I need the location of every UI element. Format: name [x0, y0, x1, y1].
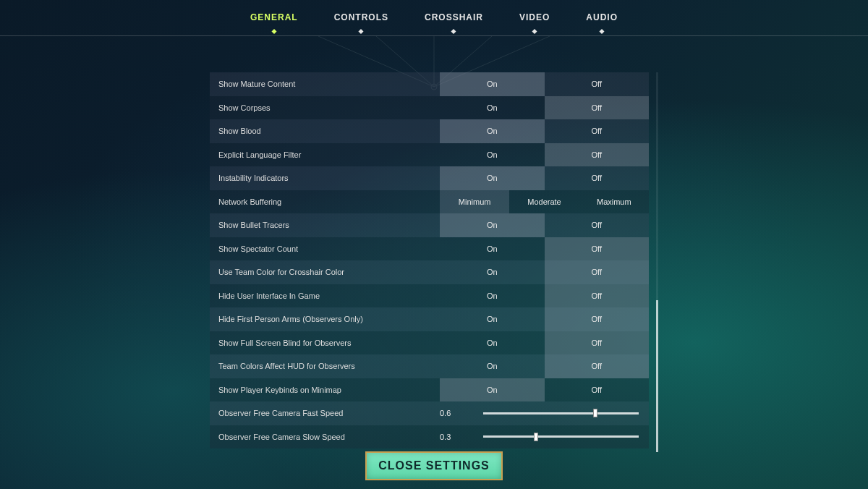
option-group: OnOff [440, 72, 649, 96]
setting-label: Explicit Language Filter [210, 150, 440, 159]
option-on[interactable]: On [440, 119, 545, 143]
tab-controls[interactable]: CONTROLS [334, 12, 388, 24]
setting-label: Team Colors Affect HUD for Observers [210, 362, 440, 370]
tab-general[interactable]: GENERAL [250, 12, 298, 24]
setting-label: Observer Free Camera Fast Speed [210, 409, 440, 417]
setting-row: Show BloodOnOff [210, 119, 649, 143]
setting-label: Network Buffering [210, 197, 440, 206]
setting-row: Show Player Keybinds on MinimapOnOff [210, 378, 649, 402]
option-off[interactable]: Off [545, 260, 650, 284]
option-off[interactable]: Off [545, 96, 650, 120]
setting-label: Show Corpses [210, 103, 440, 112]
option-on[interactable]: On [440, 72, 545, 96]
tab-audio[interactable]: AUDIO [586, 12, 618, 24]
setting-row: Show Mature ContentOnOff [210, 72, 649, 96]
option-group: OnOff [440, 354, 649, 378]
setting-label: Hide User Interface In Game [210, 292, 440, 300]
slider[interactable] [483, 435, 649, 438]
setting-label: Use Team Color for Crosshair Color [210, 268, 440, 276]
setting-label: Show Bullet Tracers [210, 221, 440, 229]
tab-video[interactable]: VIDEO [519, 12, 550, 24]
slider-thumb[interactable] [593, 409, 597, 417]
setting-row: Show CorpsesOnOff [210, 96, 649, 120]
setting-row: Observer Free Camera Slow Speed0.3 [210, 425, 649, 449]
option-group: OnOff [440, 331, 649, 355]
option-off[interactable]: Off [545, 354, 650, 378]
option-group: OnOff [440, 213, 649, 237]
option-maximum[interactable]: Maximum [579, 190, 649, 214]
setting-label: Show Spectator Count [210, 244, 440, 253]
close-settings-button[interactable]: CLOSE SETTINGS [365, 451, 503, 480]
option-off[interactable]: Off [545, 143, 650, 167]
option-off[interactable]: Off [545, 166, 650, 190]
settings-panel: Show Mature ContentOnOffShow CorpsesOnOf… [210, 72, 649, 452]
setting-row: Show Full Screen Blind for ObserversOnOf… [210, 331, 649, 355]
setting-row: Team Colors Affect HUD for ObserversOnOf… [210, 354, 649, 378]
setting-row: Network BufferingMinimumModerateMaximum [210, 190, 649, 214]
slider-value: 0.3 [440, 433, 483, 441]
setting-label: Hide First Person Arms (Observers Only) [210, 315, 440, 323]
option-on[interactable]: On [440, 260, 545, 284]
option-off[interactable]: Off [545, 378, 650, 402]
option-group: OnOff [440, 237, 649, 261]
tab-crosshair[interactable]: CROSSHAIR [425, 12, 483, 24]
option-group: OnOff [440, 260, 649, 284]
option-off[interactable]: Off [545, 331, 650, 355]
slider-value: 0.6 [440, 409, 483, 417]
option-group: OnOff [440, 378, 649, 402]
option-on[interactable]: On [440, 307, 545, 331]
setting-label: Show Blood [210, 127, 440, 135]
slider-thumb[interactable] [534, 433, 538, 441]
setting-row: Observer Free Camera Fast Speed0.6 [210, 401, 649, 425]
setting-row: Use Team Color for Crosshair ColorOnOff [210, 260, 649, 284]
option-on[interactable]: On [440, 354, 545, 378]
option-moderate[interactable]: Moderate [509, 190, 579, 214]
option-group: OnOff [440, 284, 649, 308]
option-group: OnOff [440, 96, 649, 120]
option-group: OnOff [440, 166, 649, 190]
top-tab-bar: GENERALCONTROLSCROSSHAIRVIDEOAUDIO [0, 0, 868, 36]
option-off[interactable]: Off [545, 237, 650, 261]
settings-scrollbar[interactable] [656, 72, 658, 452]
option-off[interactable]: Off [545, 213, 650, 237]
option-on[interactable]: On [440, 284, 545, 308]
setting-label: Show Full Screen Blind for Observers [210, 339, 440, 347]
option-group: OnOff [440, 143, 649, 167]
option-off[interactable]: Off [545, 307, 650, 331]
option-on[interactable]: On [440, 143, 545, 167]
setting-label: Show Player Keybinds on Minimap [210, 386, 440, 394]
option-off[interactable]: Off [545, 119, 650, 143]
option-group: OnOff [440, 119, 649, 143]
setting-label: Show Mature Content [210, 80, 440, 88]
option-on[interactable]: On [440, 166, 545, 190]
option-off[interactable]: Off [545, 284, 650, 308]
setting-row: Instability IndicatorsOnOff [210, 166, 649, 190]
option-on[interactable]: On [440, 237, 545, 261]
setting-row: Show Spectator CountOnOff [210, 237, 649, 261]
option-minimum[interactable]: Minimum [440, 190, 509, 214]
setting-row: Explicit Language FilterOnOff [210, 143, 649, 167]
option-on[interactable]: On [440, 96, 545, 120]
setting-label: Observer Free Camera Slow Speed [210, 433, 440, 441]
option-group: MinimumModerateMaximum [440, 190, 649, 214]
option-on[interactable]: On [440, 213, 545, 237]
option-on[interactable]: On [440, 378, 545, 402]
scroll-thumb[interactable] [656, 300, 658, 452]
setting-label: Instability Indicators [210, 174, 440, 182]
setting-row: Show Bullet TracersOnOff [210, 213, 649, 237]
setting-row: Hide User Interface In GameOnOff [210, 284, 649, 308]
slider[interactable] [483, 412, 649, 414]
setting-row: Hide First Person Arms (Observers Only)O… [210, 307, 649, 331]
option-on[interactable]: On [440, 331, 545, 355]
option-group: OnOff [440, 307, 649, 331]
option-off[interactable]: Off [545, 72, 650, 96]
